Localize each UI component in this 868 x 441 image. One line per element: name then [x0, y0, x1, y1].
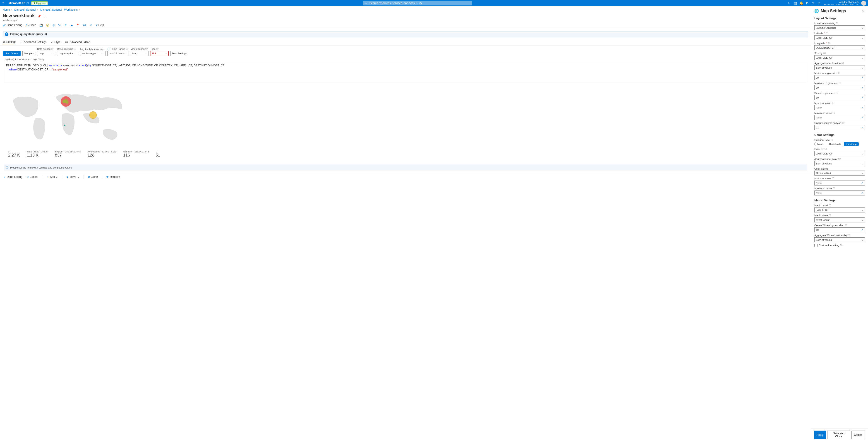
- map-point-india[interactable]: [89, 112, 97, 119]
- cloud-shell-icon[interactable]: >_: [787, 1, 793, 5]
- timerange-select[interactable]: Last 24 hours⌄: [107, 51, 129, 56]
- latitude-select[interactable]: LATITUDE_CF⌄: [814, 35, 865, 40]
- account-info[interactable]: aherlac@wgu.edu WESTERN GOVERNORS UNIVER…: [824, 1, 859, 6]
- datasource-select[interactable]: Logs⌄: [37, 51, 55, 56]
- tab-advanced-editor[interactable]: </>Advanced Editor: [64, 39, 89, 45]
- datasource-label: Data source: [37, 47, 55, 51]
- divider: [84, 175, 84, 179]
- crumb-workbooks[interactable]: Microsoft Sentinel | Workbooks: [40, 8, 78, 11]
- refresh-icon[interactable]: ⟳: [65, 24, 67, 27]
- pin-icon[interactable]: 📌: [38, 15, 41, 18]
- location-info-select[interactable]: Latitude/Longitude⌄: [814, 25, 865, 30]
- open-button[interactable]: 🗁Open: [26, 23, 36, 27]
- colorby-select[interactable]: LATITUDE_CF⌄: [814, 151, 865, 156]
- info-icon: [839, 82, 841, 85]
- palette-select[interactable]: Green to Red⌄: [814, 171, 865, 176]
- metric-value-select[interactable]: event_count⌄: [814, 217, 865, 223]
- done-editing-bottom-button[interactable]: ✓Done Editing: [4, 175, 23, 178]
- agg-color-select[interactable]: Sum of values⌄: [814, 161, 865, 166]
- info-icon: [825, 147, 827, 151]
- done-editing-button[interactable]: 🖉Done Editing: [3, 23, 23, 27]
- default-region-input[interactable]: 10✓: [814, 95, 865, 100]
- hamburger-icon[interactable]: ≡: [0, 2, 6, 5]
- coloring-type-toggle[interactable]: None Thresholds Heatmap: [814, 142, 859, 146]
- help-button[interactable]: ?Help: [96, 23, 104, 27]
- min-value-input[interactable]: (auto)✓: [814, 105, 865, 110]
- others-group-input[interactable]: 10✓: [814, 227, 865, 232]
- max-region-input[interactable]: 70✓: [814, 85, 865, 90]
- map-point-germany[interactable]: [65, 99, 67, 102]
- map-stats: 02.27 K India - 45.227.254.541.13 K Belg…: [4, 149, 807, 162]
- agg-others-select[interactable]: Sum of values⌄: [814, 237, 865, 242]
- edit-tabs: ⚙Settings ☰Advanced Settings 🖌Style </>A…: [0, 39, 811, 46]
- info-icon: [829, 214, 831, 217]
- tree-icon[interactable]: 🧭: [46, 24, 49, 27]
- help-icon[interactable]: ?: [810, 1, 816, 5]
- info-icon: [156, 47, 158, 51]
- more-icon[interactable]: ⋯: [44, 15, 46, 18]
- info-icon: [74, 47, 76, 51]
- plus-icon: ＋: [46, 175, 49, 179]
- pill-heatmap[interactable]: Heatmap: [844, 142, 859, 146]
- max-value-input[interactable]: (auto)✓: [814, 115, 865, 120]
- feedback-icon[interactable]: ☺: [816, 1, 822, 5]
- crumb-home[interactable]: Home: [3, 8, 10, 11]
- apply-button[interactable]: Apply: [814, 431, 826, 439]
- info-icon: [832, 101, 834, 105]
- custom-formatting-checkbox[interactable]: [814, 244, 817, 247]
- target-icon[interactable]: ◎: [53, 24, 55, 27]
- info-icon: [840, 244, 842, 247]
- visualization-select[interactable]: Map⌄: [131, 51, 149, 56]
- timerange-label: 🕐Time Range: [107, 47, 129, 51]
- workspace-label: Log Analytics worksp...: [80, 48, 105, 51]
- color-min-input[interactable]: (auto)✓: [814, 180, 865, 185]
- pill-none[interactable]: None: [814, 142, 826, 146]
- upgrade-button[interactable]: ⬆ Upgrade: [31, 1, 48, 5]
- code-icon[interactable]: </>: [83, 24, 87, 27]
- size-select[interactable]: Full⌄: [151, 51, 169, 56]
- save-close-button[interactable]: Save and Close: [827, 431, 850, 439]
- query-controls: Run Query Samples Data source Logs⌄ Reso…: [0, 46, 811, 57]
- settings-icon[interactable]: ⚙: [805, 1, 810, 5]
- info-icon: [145, 47, 148, 51]
- pill-thresholds[interactable]: Thresholds: [826, 142, 843, 146]
- cancel-panel-button[interactable]: Cancel: [851, 431, 865, 439]
- min-region-input[interactable]: 20✓: [814, 75, 865, 80]
- opacity-input[interactable]: 0.7✓: [814, 125, 865, 130]
- run-query-button[interactable]: Run Query: [3, 51, 21, 56]
- cloud-icon[interactable]: ☁: [70, 24, 73, 27]
- world-map-svg: [4, 85, 130, 148]
- metric-label-select[interactable]: LABEL_CF⌄: [814, 207, 865, 212]
- longitude-select[interactable]: LONGITUDE_CF⌄: [814, 45, 865, 50]
- query-editor[interactable]: FAILED_RDP_WITH_GEO_3_CL | summarize eve…: [4, 62, 807, 82]
- cancel-bottom-button[interactable]: ⊘Cancel: [27, 175, 38, 178]
- crumb-sentinel[interactable]: Microsoft Sentinel: [14, 8, 36, 11]
- global-search-input[interactable]: [363, 1, 472, 5]
- smiley-icon[interactable]: ☺: [90, 24, 92, 27]
- move-button[interactable]: ✥Move ⌄: [66, 175, 79, 178]
- avatar[interactable]: [861, 1, 866, 6]
- close-panel-icon[interactable]: ✕: [862, 9, 865, 13]
- agg-location-select[interactable]: Sum of values⌄: [814, 65, 865, 70]
- tab-style[interactable]: 🖌Style: [51, 39, 60, 45]
- clone-button[interactable]: ⧉Clone: [88, 175, 98, 178]
- directories-icon[interactable]: ▦: [793, 1, 798, 5]
- notifications-icon[interactable]: 🔔: [799, 1, 804, 5]
- info-icon: [848, 234, 850, 237]
- resourcetype-select[interactable]: Log Analytics⌄: [57, 51, 78, 56]
- map-point-africa[interactable]: [64, 124, 65, 126]
- samples-button[interactable]: Samples: [23, 51, 35, 56]
- map-settings-button[interactable]: Map Settings: [170, 51, 188, 56]
- map-visualization: 02.27 K India - 45.227.254.541.13 K Belg…: [4, 85, 807, 162]
- save-icon[interactable]: 💾: [39, 24, 43, 27]
- pin-toolbar-icon[interactable]: 📍: [76, 24, 80, 27]
- color-max-input[interactable]: (auto)✓: [814, 190, 865, 196]
- add-button[interactable]: ＋Add ⌄: [46, 175, 58, 179]
- sizeby-select[interactable]: LATITUDE_CF⌄: [814, 55, 865, 60]
- remove-button[interactable]: 🗑Remove: [106, 175, 120, 178]
- workspace-select[interactable]: law-honeypot⌄: [80, 51, 105, 56]
- pencil-dropdown-icon[interactable]: ✎▾: [58, 24, 62, 27]
- info-icon: [828, 42, 830, 45]
- tab-advanced-settings[interactable]: ☰Advanced Settings: [20, 39, 46, 45]
- tab-settings[interactable]: ⚙Settings: [3, 39, 16, 45]
